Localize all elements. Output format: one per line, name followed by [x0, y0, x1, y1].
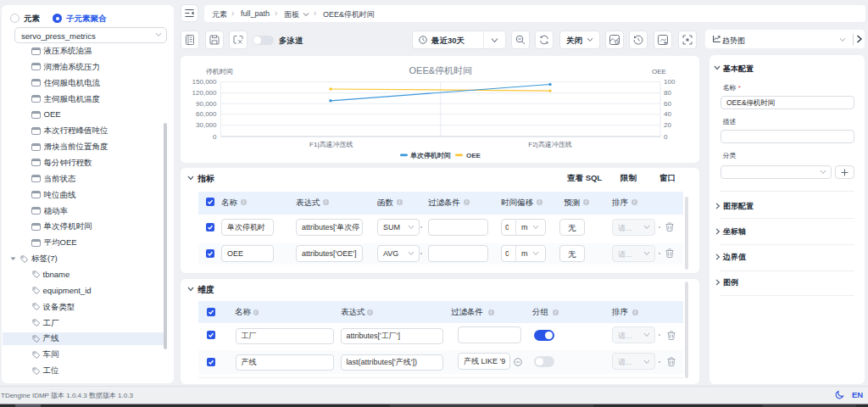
svg-text:0: 0 — [664, 133, 668, 141]
svg-text:90,000: 90,000 — [196, 100, 217, 108]
svg-text:60: 60 — [664, 100, 671, 108]
svg-text:停机时间: 停机时间 — [206, 68, 233, 75]
svg-text:150,000: 150,000 — [192, 78, 217, 86]
svg-text:120,000: 120,000 — [192, 89, 217, 97]
svg-text:F2|高速冲压线: F2|高速冲压线 — [528, 141, 571, 148]
svg-text:60,000: 60,000 — [196, 110, 217, 118]
svg-text:OEE&停机时间: OEE&停机时间 — [409, 65, 473, 75]
svg-text:OEE: OEE — [652, 68, 666, 75]
svg-text:80: 80 — [664, 89, 671, 97]
svg-text:OEE: OEE — [466, 152, 481, 159]
svg-text:30,000: 30,000 — [196, 121, 217, 129]
svg-text:0: 0 — [213, 133, 217, 141]
svg-text:40: 40 — [664, 110, 671, 118]
svg-text:单次停机时间: 单次停机时间 — [409, 152, 451, 159]
svg-text:20: 20 — [664, 121, 671, 129]
svg-text:F1|高速冲压线: F1|高速冲压线 — [309, 141, 353, 148]
svg-text:100: 100 — [664, 78, 676, 86]
